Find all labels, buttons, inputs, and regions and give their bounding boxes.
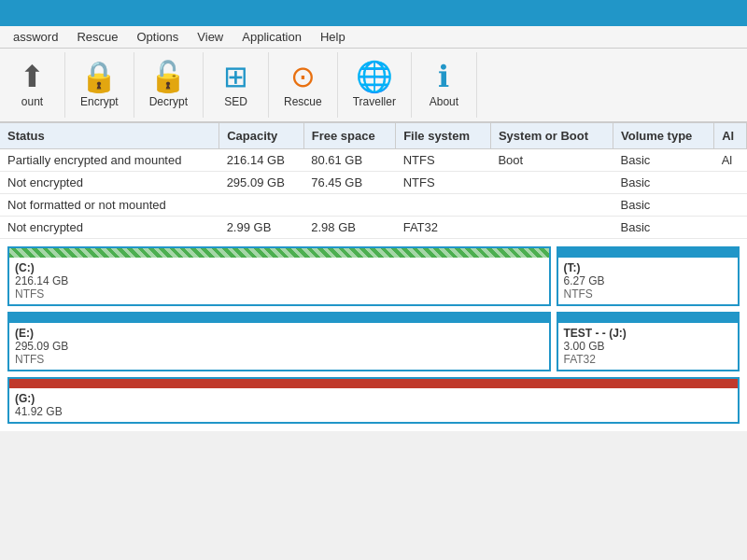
partition-t-drive[interactable]: (T:)6.27 GBNTFS bbox=[557, 246, 740, 306]
table-body: Partially encrypted and mounted216.14 GB… bbox=[0, 149, 747, 239]
sed-icon: ⊞ bbox=[223, 62, 248, 91]
rescue-icon: ⊙ bbox=[290, 62, 316, 91]
about-label: About bbox=[430, 95, 458, 108]
menu-item-assword[interactable]: assword bbox=[4, 28, 67, 46]
partition-g-drive[interactable]: (G:)41.92 GB bbox=[7, 377, 740, 424]
cell-r2-c5: Basic bbox=[613, 194, 713, 217]
menu-item-application[interactable]: Application bbox=[233, 28, 311, 46]
cell-r1-c1: 295.09 GB bbox=[219, 172, 304, 194]
cell-r0-c5: Basic bbox=[613, 149, 713, 172]
table-row[interactable]: Partially encrypted and mounted216.14 GB… bbox=[0, 149, 747, 172]
cell-r0-c4: Boot bbox=[490, 149, 613, 172]
toolbar-btn-mount[interactable]: ⬆ount bbox=[0, 52, 65, 118]
g-drive-body: (G:)41.92 GB bbox=[9, 388, 738, 422]
cell-r3-c0: Not encrypted bbox=[0, 217, 219, 239]
cell-r1-c5: Basic bbox=[613, 172, 713, 194]
g-drive-header-bar bbox=[9, 379, 738, 388]
encrypt-icon: 🔒 bbox=[80, 62, 118, 91]
disk-row-2: (G:)41.92 GB bbox=[7, 377, 740, 424]
cell-r2-c4 bbox=[490, 194, 613, 217]
decrypt-label: Decrypt bbox=[149, 95, 188, 108]
drive-table: StatusCapacityFree spaceFile systemSyste… bbox=[0, 123, 747, 239]
c-drive-label: (C:) bbox=[15, 261, 543, 274]
col-header-volume-type: Volume type bbox=[613, 123, 713, 149]
cell-r1-c4 bbox=[490, 172, 613, 194]
encrypt-label: Encrypt bbox=[80, 95, 119, 108]
toolbar-btn-traveller[interactable]: 🌐Traveller bbox=[338, 52, 412, 118]
menu-item-rescue[interactable]: Rescue bbox=[67, 28, 127, 46]
t-drive-size: 6.27 GB bbox=[564, 274, 733, 287]
t-drive-label: (T:) bbox=[564, 261, 733, 274]
cell-r3-c6 bbox=[714, 217, 747, 239]
toolbar: ⬆ount🔒Encrypt🔓Decrypt⊞SED⊙Rescue🌐Travell… bbox=[0, 49, 747, 123]
cell-r2-c2 bbox=[303, 194, 395, 217]
cell-r0-c3: NTFS bbox=[396, 149, 491, 172]
e-drive-body: (E:)295.09 GBNTFS bbox=[9, 323, 549, 370]
main-content: StatusCapacityFree spaceFile systemSyste… bbox=[0, 123, 747, 431]
c-drive-size: 216.14 GB bbox=[15, 274, 543, 287]
traveller-label: Traveller bbox=[353, 95, 396, 108]
rescue-label: Rescue bbox=[284, 95, 322, 108]
traveller-icon: 🌐 bbox=[356, 62, 393, 91]
cell-r0-c0: Partially encrypted and mounted bbox=[0, 149, 219, 172]
t-drive-header-bar bbox=[558, 248, 739, 258]
c-drive-body: (C:)216.14 GBNTFS bbox=[9, 258, 549, 304]
title-bar bbox=[0, 0, 747, 26]
partition-c-drive[interactable]: (C:)216.14 GBNTFS bbox=[7, 246, 551, 306]
col-header-system-or-boot: System or Boot bbox=[490, 123, 613, 149]
col-header-free-space: Free space bbox=[303, 123, 395, 149]
g-drive-label: (G:) bbox=[15, 392, 732, 405]
menu-item-view[interactable]: View bbox=[188, 28, 233, 46]
disk-row-1: (E:)295.09 GBNTFSTEST - - (J:)3.00 GBFAT… bbox=[7, 312, 740, 371]
toolbar-btn-sed[interactable]: ⊞SED bbox=[204, 52, 269, 118]
cell-r3-c3: FAT32 bbox=[396, 217, 491, 239]
decrypt-icon: 🔓 bbox=[149, 62, 187, 91]
toolbar-btn-decrypt[interactable]: 🔓Decrypt bbox=[134, 52, 204, 118]
menu-item-options[interactable]: Options bbox=[128, 28, 189, 46]
sed-label: SED bbox=[224, 95, 247, 108]
e-drive-label: (E:) bbox=[15, 327, 543, 340]
cell-r0-c6: Al bbox=[714, 149, 747, 172]
e-drive-header-bar bbox=[9, 314, 549, 323]
col-header-status: Status bbox=[0, 123, 219, 149]
cell-r3-c1: 2.99 GB bbox=[219, 217, 304, 239]
col-header-file-system: File system bbox=[396, 123, 491, 149]
toolbar-btn-rescue[interactable]: ⊙Rescue bbox=[269, 52, 338, 118]
toolbar-btn-encrypt[interactable]: 🔒Encrypt bbox=[65, 52, 134, 118]
cell-r1-c6 bbox=[714, 172, 747, 194]
disk-visualizer: (C:)216.14 GBNTFS(T:)6.27 GBNTFS(E:)295.… bbox=[0, 239, 747, 431]
table-row[interactable]: Not encrypted295.09 GB76.45 GBNTFSBasic bbox=[0, 172, 747, 194]
g-drive-size: 41.92 GB bbox=[15, 405, 732, 418]
col-header-al: Al bbox=[714, 123, 747, 149]
cell-r0-c2: 80.61 GB bbox=[303, 149, 395, 172]
partition-e-drive[interactable]: (E:)295.09 GBNTFS bbox=[7, 312, 551, 371]
j-drive-body: TEST - - (J:)3.00 GBFAT32 bbox=[558, 323, 739, 370]
cell-r3-c5: Basic bbox=[613, 217, 713, 239]
c-drive-header-bar bbox=[9, 248, 549, 258]
cell-r0-c1: 216.14 GB bbox=[219, 149, 304, 172]
j-drive-size: 3.00 GB bbox=[564, 340, 733, 353]
e-drive-fs: NTFS bbox=[15, 353, 543, 366]
cell-r2-c6 bbox=[714, 194, 747, 217]
table-row[interactable]: Not encrypted2.99 GB2.98 GBFAT32Basic bbox=[0, 217, 747, 239]
menu-item-help[interactable]: Help bbox=[311, 28, 355, 46]
table-header-row: StatusCapacityFree spaceFile systemSyste… bbox=[0, 123, 747, 149]
about-icon: ℹ bbox=[438, 62, 449, 91]
menu-bar: asswordRescueOptionsViewApplicationHelp bbox=[0, 26, 747, 49]
cell-r3-c4 bbox=[490, 217, 613, 239]
table-row[interactable]: Not formatted or not mountedBasic bbox=[0, 194, 747, 217]
c-drive-fs: NTFS bbox=[15, 287, 543, 301]
cell-r1-c0: Not encrypted bbox=[0, 172, 219, 194]
cell-r1-c3: NTFS bbox=[396, 172, 491, 194]
cell-r2-c1 bbox=[219, 194, 304, 217]
j-drive-header-bar bbox=[558, 314, 739, 323]
t-drive-fs: NTFS bbox=[564, 287, 733, 301]
j-drive-label: TEST - - (J:) bbox=[564, 327, 733, 340]
e-drive-size: 295.09 GB bbox=[15, 340, 543, 353]
mount-icon: ⬆ bbox=[20, 62, 45, 91]
cell-r1-c2: 76.45 GB bbox=[303, 172, 395, 194]
toolbar-btn-about[interactable]: ℹAbout bbox=[412, 52, 477, 118]
mount-label: ount bbox=[21, 95, 43, 108]
cell-r3-c2: 2.98 GB bbox=[303, 217, 395, 239]
partition-j-drive[interactable]: TEST - - (J:)3.00 GBFAT32 bbox=[557, 312, 740, 371]
